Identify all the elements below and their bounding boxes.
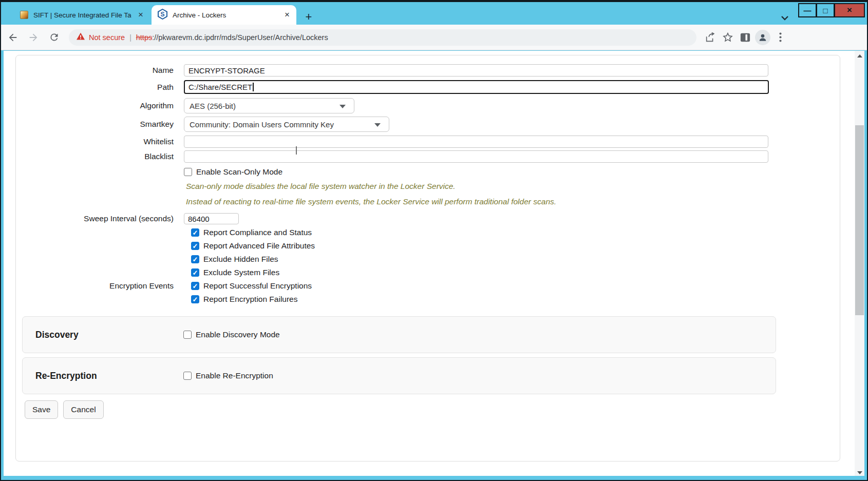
reload-button[interactable]	[45, 29, 63, 46]
checkbox-label: Report Encryption Failures	[203, 295, 298, 304]
tab-archive-lockers[interactable]: S Archive - Lockers ×	[152, 5, 296, 25]
tab-title: SIFT | Secure Integrated File Tagg	[33, 11, 131, 19]
page-content: Name Path C:/Share/SECRET Algorithm AES …	[4, 51, 864, 478]
browser-window: SIFT | Secure Integrated File Tagg × S A…	[0, 0, 868, 481]
checkbox-label: Report Advanced File Attributes	[203, 241, 315, 251]
checkbox-label: Exclude Hidden Files	[203, 255, 278, 264]
chevron-down-icon	[339, 105, 346, 108]
toolbar-actions	[702, 29, 789, 46]
scrollbar-thumb[interactable]	[855, 125, 864, 315]
form-actions: Save Cancel	[25, 400, 840, 419]
path-label: Path	[16, 83, 174, 92]
blacklist-input[interactable]	[184, 150, 768, 163]
whitelist-label: Whitelist	[16, 137, 174, 146]
encryption-events-label: Encryption Events	[16, 281, 174, 291]
reencryption-title: Re-Encryption	[35, 371, 183, 381]
enable-discovery-label: Enable Discovery Mode	[196, 330, 280, 339]
sweep-interval-input[interactable]	[184, 213, 239, 224]
address-bar[interactable]: Not secure | https://pkwarevm.dc.ipdrr/m…	[69, 29, 696, 46]
new-tab-button[interactable]: +	[302, 10, 315, 24]
profile-avatar[interactable]	[754, 29, 771, 46]
save-button[interactable]: Save	[25, 400, 58, 419]
discovery-title: Discovery	[35, 330, 183, 340]
smartkey-select[interactable]: Community: Domain Users Commnity Key	[184, 117, 389, 132]
text-caret	[253, 83, 254, 91]
browser-menu-kebab-icon[interactable]	[771, 29, 789, 46]
report-successful-encryptions-checkbox[interactable]: ✓	[191, 282, 199, 290]
tab-search-chevron-icon[interactable]	[781, 13, 790, 21]
window-controls: — □ ×	[798, 3, 865, 17]
page-scrollbar[interactable]	[855, 51, 864, 478]
discovery-section: Discovery ✓ Enable Discovery Mode	[22, 316, 776, 353]
url-text[interactable]: https://pkwarevm.dc.ipdrr/mds/SuperUser/…	[136, 33, 328, 42]
share-icon[interactable]	[702, 29, 719, 46]
svg-text:S: S	[160, 11, 164, 18]
algorithm-label: Algorithm	[16, 101, 174, 110]
name-label: Name	[16, 66, 174, 75]
back-button[interactable]	[4, 29, 22, 46]
close-window-button[interactable]: ×	[834, 3, 865, 17]
algorithm-select[interactable]: AES (256-bit)	[184, 98, 354, 113]
chevron-down-icon	[374, 123, 381, 127]
scan-only-checkbox[interactable]: ✓	[184, 168, 192, 176]
sweep-interval-label: Sweep Interval (seconds)	[16, 214, 174, 223]
not-secure-label[interactable]: Not secure	[89, 33, 125, 42]
report-compliance-checkbox[interactable]: ✓	[191, 228, 199, 237]
cancel-button[interactable]: Cancel	[63, 400, 103, 419]
checkbox-label: Report Successful Encryptions	[203, 281, 312, 291]
pkware-favicon-icon: S	[158, 9, 167, 21]
tab-sift[interactable]: SIFT | Secure Integrated File Tagg ×	[14, 5, 150, 25]
exclude-system-checkbox[interactable]: ✓	[191, 268, 199, 277]
bookmark-star-icon[interactable]	[719, 29, 737, 46]
path-input[interactable]: C:/Share/SECRET	[184, 80, 769, 94]
enable-discovery-checkbox[interactable]: ✓	[183, 331, 192, 339]
checkbox-label: Exclude System Files	[203, 268, 279, 277]
sift-favicon-icon	[20, 11, 28, 19]
blacklist-label: Blacklist	[16, 152, 174, 161]
titlebar: SIFT | Secure Integrated File Tagg × S A…	[1, 2, 867, 25]
exclude-hidden-checkbox[interactable]: ✓	[191, 255, 199, 263]
browser-toolbar: Not secure | https://pkwarevm.dc.ipdrr/m…	[1, 25, 867, 50]
window-frame-bottom	[1, 476, 867, 480]
checkbox-label: Report Compliance and Status	[203, 228, 312, 237]
enable-reencryption-label: Enable Re-Encryption	[196, 371, 273, 380]
forward-button[interactable]	[25, 29, 42, 46]
scan-only-note-2: Instead of reacting to real-time file sy…	[186, 197, 556, 206]
scan-only-note-1: Scan-only mode disables the local file s…	[186, 182, 456, 191]
url-divider: |	[129, 33, 131, 42]
maximize-button[interactable]: □	[816, 3, 834, 17]
url-scheme: https	[136, 33, 152, 42]
report-encryption-failures-checkbox[interactable]: ✓	[191, 295, 199, 303]
tab-title: Archive - Lockers	[173, 11, 278, 19]
scroll-up-arrow-icon[interactable]	[855, 52, 864, 60]
tab-close-icon[interactable]: ×	[282, 10, 292, 20]
whitelist-input[interactable]	[184, 136, 768, 148]
url-rest: ://pkwarevm.dc.ipdrr/mds/SuperUser/Archi…	[152, 33, 328, 42]
side-panel-icon[interactable]	[737, 29, 754, 46]
tab-close-icon[interactable]: ×	[136, 10, 146, 20]
locker-form-card: Name Path C:/Share/SECRET Algorithm AES …	[15, 55, 840, 461]
scan-only-label: Enable Scan-Only Mode	[196, 167, 282, 177]
report-advanced-attrs-checkbox[interactable]: ✓	[191, 242, 199, 250]
not-secure-warning-icon	[76, 32, 85, 42]
reencryption-section: Re-Encryption ✓ Enable Re-Encryption	[22, 357, 776, 394]
name-input[interactable]	[184, 64, 768, 76]
smartkey-label: Smartkey	[16, 120, 174, 129]
minimize-button[interactable]: —	[798, 3, 816, 17]
enable-reencryption-checkbox[interactable]: ✓	[183, 372, 192, 380]
